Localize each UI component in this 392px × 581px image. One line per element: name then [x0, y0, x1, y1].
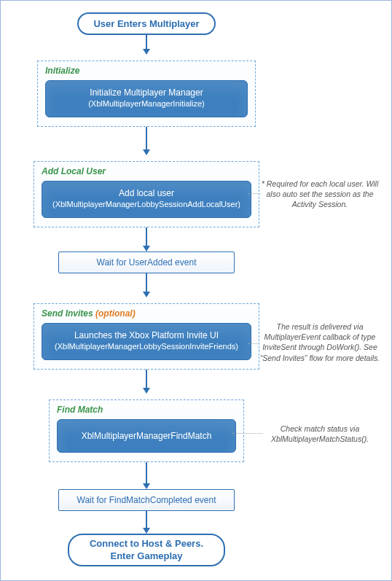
note-find-text: Check match status via XblMultiplayerMat… — [271, 424, 369, 443]
group-title-add-local: Add Local User — [42, 166, 251, 176]
group-add-local-user: Add Local User Add local user (XblMultip… — [34, 161, 259, 227]
group-send-invites: Send Invites (optional) Launches the Xbo… — [34, 303, 259, 370]
arrow-down-icon — [143, 127, 150, 155]
group-title-send-invites-text: Send Invites — [42, 308, 93, 319]
arrow-down-icon — [143, 462, 150, 489]
action-add-local-user: Add local user (XblMultiplayerManagerLob… — [42, 181, 251, 218]
note-find: Check match status via XblMultiplayerMat… — [257, 424, 383, 444]
action-invite: Launches the Xbox Platform Invite UI (Xb… — [42, 323, 251, 360]
action-invite-line2: (XblMultiplayerManagerLobbySessionInvite… — [48, 341, 245, 352]
action-add-local-line1: Add local user — [119, 188, 174, 198]
action-find-match: XblMultiplayerManagerFindMatch — [57, 419, 236, 453]
wait-find-match-label: Wait for FindMatchCompleted event — [77, 495, 216, 505]
group-title-send-invites-suffix: (optional) — [95, 308, 136, 319]
start-label: User Enters Multiplayer — [93, 18, 199, 29]
end-line2: Enter Gameplay — [111, 550, 183, 561]
note-add-local-text: * Required for each local user. Will als… — [262, 179, 379, 208]
arrow-down-icon — [143, 35, 150, 55]
wait-user-added-label: Wait for UserAdded event — [97, 257, 197, 268]
arrow-down-icon — [143, 511, 150, 534]
group-title-send-invites: Send Invites (optional) — [42, 308, 251, 319]
wait-user-added: Wait for UserAdded event — [58, 251, 235, 273]
group-title-find-match: Find Match — [57, 405, 236, 415]
wait-find-match-completed: Wait for FindMatchCompleted event — [58, 489, 235, 511]
flow-column: User Enters Multiplayer Initialize Initi… — [23, 12, 270, 566]
group-title-initialize: Initialize — [45, 66, 248, 76]
action-initialize-line2: (XblMultiplayerManagerInitialize) — [52, 98, 241, 109]
start-node: User Enters Multiplayer — [77, 12, 215, 35]
action-initialize: Initialize Multiplayer Manager (XblMulti… — [45, 80, 248, 117]
action-invite-line1: Launches the Xbox Platform Invite UI — [74, 330, 219, 340]
group-find-match: Find Match XblMultiplayerManagerFindMatc… — [49, 399, 244, 462]
group-initialize: Initialize Initialize Multiplayer Manage… — [37, 61, 256, 127]
note-invite: The result is delivered via MultiplayerE… — [257, 321, 383, 363]
note-add-local: * Required for each local user. Will als… — [257, 179, 383, 210]
end-line1: Connect to Host & Peers. — [90, 538, 203, 549]
arrow-down-icon — [143, 273, 150, 297]
action-find-match-line1: XblMultiplayerManagerFindMatch — [82, 431, 212, 441]
arrow-down-icon — [143, 370, 150, 394]
arrow-down-icon — [143, 227, 150, 251]
note-invite-text: The result is delivered via MultiplayerE… — [260, 322, 380, 362]
end-node: Connect to Host & Peers. Enter Gameplay — [68, 534, 225, 566]
action-initialize-line1: Initialize Multiplayer Manager — [90, 87, 203, 98]
action-add-local-line2: (XblMultiplayerManagerLobbySessionAddLoc… — [48, 199, 245, 210]
flowchart-canvas: User Enters Multiplayer Initialize Initi… — [0, 0, 392, 581]
